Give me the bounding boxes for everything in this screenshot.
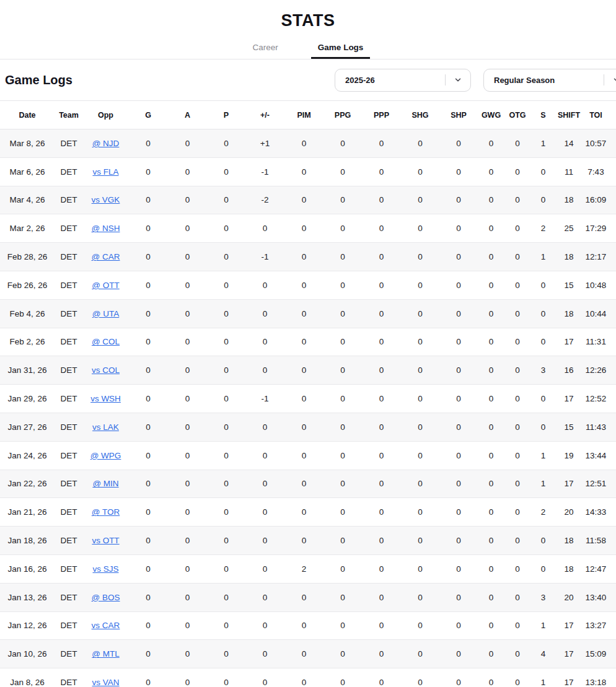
p-cell: 0 (207, 554, 245, 583)
ppp-cell: 0 (362, 611, 401, 640)
date-cell: Feb 4, 26 (0, 299, 55, 328)
shp-cell: 0 (439, 271, 478, 299)
gwg-cell: 0 (478, 243, 504, 271)
p-cell: 0 (207, 271, 245, 299)
team-cell: DET (55, 299, 83, 328)
opp-cell: @ TOR (83, 498, 128, 527)
p-cell: 0 (207, 186, 245, 214)
toi-cell: 16:09 (582, 186, 616, 214)
opp-link[interactable]: vs LAK (92, 422, 119, 432)
opp-link[interactable]: @ UTA (92, 309, 119, 318)
a-cell: 0 (168, 470, 207, 498)
opp-link[interactable]: @ BOS (92, 593, 120, 602)
date-cell: Jan 31, 26 (0, 356, 55, 385)
toi-cell: 10:48 (582, 271, 616, 299)
game-log-table-body: Mar 8, 26DET@ NJD000+1000000011410:57Mar… (0, 129, 616, 687)
gwg-cell: 0 (478, 299, 504, 328)
column-header-otg: OTG (504, 101, 530, 129)
p-cell: 0 (207, 583, 245, 611)
date-cell: Jan 29, 26 (0, 385, 55, 413)
ppp-cell: 0 (362, 186, 401, 214)
column-header-team: Team (55, 101, 83, 129)
shp-cell: 0 (439, 299, 478, 328)
opp-link[interactable]: vs CAR (92, 621, 120, 630)
date-cell: Jan 8, 26 (0, 668, 55, 687)
pim-cell: 0 (284, 186, 323, 214)
opp-link[interactable]: vs OTT (92, 536, 119, 545)
opp-link[interactable]: @ MIN (92, 479, 118, 488)
opp-link[interactable]: @ TOR (92, 507, 120, 517)
opp-link[interactable]: @ NSH (92, 224, 120, 233)
opp-cell: vs VAN (83, 668, 128, 687)
tab-game-logs[interactable]: Game Logs (311, 43, 371, 59)
game-type-select[interactable]: Regular Season (483, 69, 616, 92)
g-cell: 0 (128, 611, 168, 640)
ppg-cell: 0 (323, 498, 362, 527)
ppp-cell: 0 (362, 470, 401, 498)
season-select[interactable]: 2025-26 (335, 69, 471, 92)
g-cell: 0 (128, 243, 168, 271)
table-row: Jan 29, 26DETvs WSH000-1000000001712:52 (0, 385, 616, 413)
opp-link[interactable]: vs VAN (92, 678, 119, 687)
s-cell: 2 (530, 498, 556, 527)
opp-link[interactable]: @ MTL (92, 649, 119, 659)
ppg-cell: 0 (323, 668, 362, 687)
tab-bar: Career Game Logs (0, 43, 616, 59)
date-cell: Jan 27, 26 (0, 413, 55, 441)
toi-cell: 12:26 (582, 356, 616, 385)
shift-cell: 18 (556, 299, 582, 328)
opp-link[interactable]: vs VGK (92, 195, 120, 204)
shp-cell: 0 (439, 668, 478, 687)
gwg-cell: 0 (478, 611, 504, 640)
ppp-cell: 0 (362, 554, 401, 583)
plus-minus-cell: 0 (245, 583, 284, 611)
ppp-cell: 0 (362, 129, 401, 158)
table-row: Jan 12, 26DETvs CAR0000000000011713:27 (0, 611, 616, 640)
otg-cell: 0 (504, 554, 530, 583)
table-row: Jan 27, 26DETvs LAK0000000000001511:43 (0, 413, 616, 441)
toi-cell: 17:29 (582, 214, 616, 243)
a-cell: 0 (168, 243, 207, 271)
column-header--: +/- (245, 101, 284, 129)
opp-link[interactable]: @ WPG (90, 451, 121, 460)
shp-cell: 0 (439, 328, 478, 356)
tab-career[interactable]: Career (246, 43, 285, 59)
opp-link[interactable]: @ CAR (92, 252, 120, 261)
a-cell: 0 (168, 129, 207, 158)
a-cell: 0 (168, 527, 207, 555)
opp-link[interactable]: @ NJD (92, 139, 120, 148)
s-cell: 4 (530, 640, 556, 668)
shift-cell: 17 (556, 385, 582, 413)
opp-cell: @ NJD (83, 129, 128, 158)
opp-cell: @ WPG (83, 441, 128, 470)
team-cell: DET (55, 470, 83, 498)
shg-cell: 0 (401, 356, 439, 385)
opp-cell: @ COL (83, 328, 128, 356)
table-row: Feb 28, 26DET@ CAR000-1000000011812:17 (0, 243, 616, 271)
opp-link[interactable]: @ COL (92, 337, 120, 346)
game-log-table: DateTeamOppGAP+/-PIMPPGPPPSHGSHPGWGOTGSS… (0, 100, 616, 687)
pim-cell: 0 (284, 413, 323, 441)
shp-cell: 0 (439, 554, 478, 583)
pim-cell: 0 (284, 385, 323, 413)
shg-cell: 0 (401, 640, 439, 668)
opp-link[interactable]: @ OTT (92, 281, 119, 290)
opp-link[interactable]: vs FLA (92, 167, 118, 177)
table-row: Jan 18, 26DETvs OTT0000000000001811:58 (0, 527, 616, 555)
plus-minus-cell: 0 (245, 356, 284, 385)
plus-minus-cell: 0 (245, 214, 284, 243)
date-cell: Jan 22, 26 (0, 470, 55, 498)
shp-cell: 0 (439, 129, 478, 158)
otg-cell: 0 (504, 356, 530, 385)
opp-cell: vs COL (83, 356, 128, 385)
ppg-cell: 0 (323, 186, 362, 214)
plus-minus-cell: 0 (245, 413, 284, 441)
g-cell: 0 (128, 470, 168, 498)
opp-link[interactable]: vs SJS (92, 564, 118, 574)
opp-link[interactable]: vs COL (92, 365, 120, 375)
opp-link[interactable]: vs WSH (90, 394, 121, 403)
shg-cell: 0 (401, 385, 439, 413)
gwg-cell: 0 (478, 640, 504, 668)
gwg-cell: 0 (478, 186, 504, 214)
ppg-cell: 0 (323, 611, 362, 640)
